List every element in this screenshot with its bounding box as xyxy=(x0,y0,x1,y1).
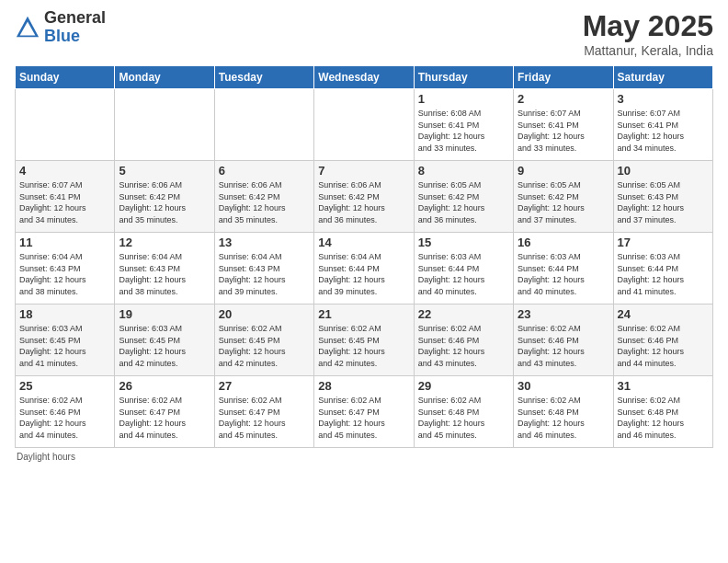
day-detail: Sunrise: 6:08 AM Sunset: 6:41 PM Dayligh… xyxy=(418,108,509,154)
day-header-saturday: Saturday xyxy=(613,66,712,89)
day-cell: 8Sunrise: 6:05 AM Sunset: 6:42 PM Daylig… xyxy=(414,161,513,233)
day-cell: 11Sunrise: 6:04 AM Sunset: 6:43 PM Dayli… xyxy=(16,233,115,304)
day-number: 30 xyxy=(518,379,609,393)
calendar-title: May 2025 xyxy=(583,9,713,43)
day-number: 18 xyxy=(19,307,110,321)
logo: General Blue xyxy=(15,9,106,46)
day-number: 19 xyxy=(119,307,210,321)
day-detail: Sunrise: 6:02 AM Sunset: 6:48 PM Dayligh… xyxy=(418,395,509,441)
day-number: 5 xyxy=(119,164,210,178)
logo-text: General Blue xyxy=(44,9,106,46)
week-row-4: 18Sunrise: 6:03 AM Sunset: 6:45 PM Dayli… xyxy=(16,304,713,376)
day-cell: 15Sunrise: 6:03 AM Sunset: 6:44 PM Dayli… xyxy=(414,233,513,304)
day-number: 15 xyxy=(418,236,509,249)
day-cell: 20Sunrise: 6:02 AM Sunset: 6:45 PM Dayli… xyxy=(214,304,313,376)
day-number: 7 xyxy=(318,164,409,178)
day-detail: Sunrise: 6:02 AM Sunset: 6:48 PM Dayligh… xyxy=(518,395,609,441)
day-number: 1 xyxy=(418,92,509,106)
day-detail: Sunrise: 6:03 AM Sunset: 6:44 PM Dayligh… xyxy=(618,251,709,297)
day-cell xyxy=(16,89,115,161)
day-cell: 29Sunrise: 6:02 AM Sunset: 6:48 PM Dayli… xyxy=(414,376,513,448)
calendar-table: SundayMondayTuesdayWednesdayThursdayFrid… xyxy=(15,65,713,448)
day-header-sunday: Sunday xyxy=(16,66,115,89)
day-number: 8 xyxy=(418,164,509,178)
calendar-header: SundayMondayTuesdayWednesdayThursdayFrid… xyxy=(16,66,713,89)
day-detail: Sunrise: 6:07 AM Sunset: 6:41 PM Dayligh… xyxy=(518,108,609,154)
day-detail: Sunrise: 6:06 AM Sunset: 6:42 PM Dayligh… xyxy=(318,179,409,225)
day-number: 29 xyxy=(418,379,509,393)
day-cell: 3Sunrise: 6:07 AM Sunset: 6:41 PM Daylig… xyxy=(613,89,712,161)
day-detail: Sunrise: 6:02 AM Sunset: 6:47 PM Dayligh… xyxy=(119,395,210,441)
day-number: 2 xyxy=(518,92,609,106)
day-detail: Sunrise: 6:06 AM Sunset: 6:42 PM Dayligh… xyxy=(219,179,310,225)
day-number: 14 xyxy=(318,236,409,249)
day-cell: 12Sunrise: 6:04 AM Sunset: 6:43 PM Dayli… xyxy=(115,233,214,304)
day-detail: Sunrise: 6:02 AM Sunset: 6:46 PM Dayligh… xyxy=(618,323,709,369)
logo-blue: Blue xyxy=(44,28,106,46)
day-cell: 14Sunrise: 6:04 AM Sunset: 6:44 PM Dayli… xyxy=(314,233,414,304)
day-number: 10 xyxy=(618,164,709,178)
day-detail: Sunrise: 6:03 AM Sunset: 6:44 PM Dayligh… xyxy=(418,251,509,297)
main-container: General Blue May 2025 Mattanur, Kerala, … xyxy=(0,0,728,471)
header-row: SundayMondayTuesdayWednesdayThursdayFrid… xyxy=(16,66,713,89)
day-detail: Sunrise: 6:02 AM Sunset: 6:45 PM Dayligh… xyxy=(219,323,310,369)
day-number: 12 xyxy=(119,236,210,249)
day-number: 9 xyxy=(518,164,609,178)
day-number: 13 xyxy=(219,236,310,249)
day-cell: 1Sunrise: 6:08 AM Sunset: 6:41 PM Daylig… xyxy=(414,89,513,161)
day-number: 21 xyxy=(318,307,409,321)
day-detail: Sunrise: 6:07 AM Sunset: 6:41 PM Dayligh… xyxy=(618,108,709,154)
day-number: 22 xyxy=(418,307,509,321)
week-row-2: 4Sunrise: 6:07 AM Sunset: 6:41 PM Daylig… xyxy=(16,161,713,233)
week-row-5: 25Sunrise: 6:02 AM Sunset: 6:46 PM Dayli… xyxy=(16,376,713,448)
day-number: 26 xyxy=(119,379,210,393)
day-cell: 26Sunrise: 6:02 AM Sunset: 6:47 PM Dayli… xyxy=(115,376,214,448)
day-detail: Sunrise: 6:06 AM Sunset: 6:42 PM Dayligh… xyxy=(119,179,210,225)
day-cell xyxy=(314,89,414,161)
day-detail: Sunrise: 6:04 AM Sunset: 6:43 PM Dayligh… xyxy=(119,251,210,297)
week-row-3: 11Sunrise: 6:04 AM Sunset: 6:43 PM Dayli… xyxy=(16,233,713,304)
day-number: 17 xyxy=(618,236,709,249)
day-cell: 9Sunrise: 6:05 AM Sunset: 6:42 PM Daylig… xyxy=(514,161,613,233)
day-number: 23 xyxy=(518,307,609,321)
day-detail: Sunrise: 6:02 AM Sunset: 6:48 PM Dayligh… xyxy=(618,395,709,441)
calendar-location: Mattanur, Kerala, India xyxy=(583,43,713,58)
logo-icon xyxy=(15,15,40,40)
day-cell: 24Sunrise: 6:02 AM Sunset: 6:46 PM Dayli… xyxy=(613,304,712,376)
day-number: 11 xyxy=(19,236,110,249)
week-row-1: 1Sunrise: 6:08 AM Sunset: 6:41 PM Daylig… xyxy=(16,89,713,161)
day-number: 16 xyxy=(518,236,609,249)
day-number: 25 xyxy=(19,379,110,393)
day-cell: 17Sunrise: 6:03 AM Sunset: 6:44 PM Dayli… xyxy=(613,233,712,304)
day-number: 6 xyxy=(219,164,310,178)
day-cell: 21Sunrise: 6:02 AM Sunset: 6:45 PM Dayli… xyxy=(314,304,414,376)
day-detail: Sunrise: 6:05 AM Sunset: 6:43 PM Dayligh… xyxy=(618,179,709,225)
logo-general: General xyxy=(44,9,106,28)
day-header-monday: Monday xyxy=(115,66,214,89)
day-number: 3 xyxy=(618,92,709,106)
day-detail: Sunrise: 6:07 AM Sunset: 6:41 PM Dayligh… xyxy=(19,179,110,225)
day-cell: 27Sunrise: 6:02 AM Sunset: 6:47 PM Dayli… xyxy=(214,376,313,448)
day-cell: 19Sunrise: 6:03 AM Sunset: 6:45 PM Dayli… xyxy=(115,304,214,376)
day-header-thursday: Thursday xyxy=(414,66,513,89)
day-detail: Sunrise: 6:04 AM Sunset: 6:44 PM Dayligh… xyxy=(318,251,409,297)
day-number: 28 xyxy=(318,379,409,393)
day-detail: Sunrise: 6:03 AM Sunset: 6:44 PM Dayligh… xyxy=(518,251,609,297)
day-detail: Sunrise: 6:03 AM Sunset: 6:45 PM Dayligh… xyxy=(19,323,110,369)
day-number: 31 xyxy=(618,379,709,393)
day-header-tuesday: Tuesday xyxy=(214,66,313,89)
day-detail: Sunrise: 6:05 AM Sunset: 6:42 PM Dayligh… xyxy=(518,179,609,225)
day-number: 27 xyxy=(219,379,310,393)
day-detail: Sunrise: 6:05 AM Sunset: 6:42 PM Dayligh… xyxy=(418,179,509,225)
day-detail: Sunrise: 6:04 AM Sunset: 6:43 PM Dayligh… xyxy=(19,251,110,297)
title-block: May 2025 Mattanur, Kerala, India xyxy=(583,9,713,58)
day-detail: Sunrise: 6:02 AM Sunset: 6:46 PM Dayligh… xyxy=(418,323,509,369)
day-cell: 25Sunrise: 6:02 AM Sunset: 6:46 PM Dayli… xyxy=(16,376,115,448)
day-cell: 30Sunrise: 6:02 AM Sunset: 6:48 PM Dayli… xyxy=(514,376,613,448)
day-number: 20 xyxy=(219,307,310,321)
day-cell: 5Sunrise: 6:06 AM Sunset: 6:42 PM Daylig… xyxy=(115,161,214,233)
day-header-wednesday: Wednesday xyxy=(314,66,414,89)
day-cell: 2Sunrise: 6:07 AM Sunset: 6:41 PM Daylig… xyxy=(514,89,613,161)
day-cell: 16Sunrise: 6:03 AM Sunset: 6:44 PM Dayli… xyxy=(514,233,613,304)
day-detail: Sunrise: 6:02 AM Sunset: 6:46 PM Dayligh… xyxy=(518,323,609,369)
